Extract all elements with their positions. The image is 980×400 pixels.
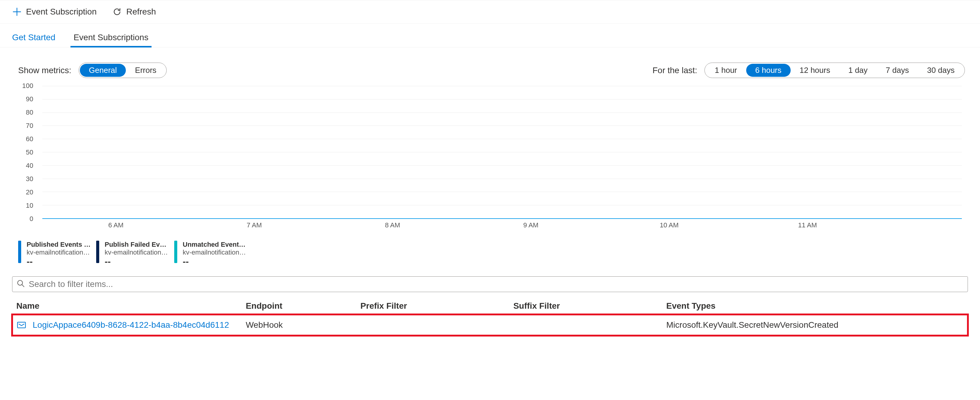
search-box[interactable] (12, 276, 968, 292)
column-prefix[interactable]: Prefix Filter (356, 297, 509, 314)
range-30d[interactable]: 30 days (918, 64, 964, 77)
y-tick: 10 (18, 202, 36, 210)
search-input[interactable] (28, 279, 963, 289)
y-tick: 40 (18, 162, 36, 170)
legend-series-name: Publish Failed Event… (105, 241, 169, 249)
legend-item[interactable]: Publish Failed Event…kv-emailnotificatio… (96, 241, 169, 267)
metrics-label: Show metrics: (18, 66, 72, 75)
legend-series-value: -- (183, 256, 247, 267)
range-12h[interactable]: 12 hours (791, 64, 839, 77)
metrics-toggle: General Errors (79, 63, 167, 78)
column-types[interactable]: Event Types (662, 297, 968, 314)
metrics-chart: 0102030405060708090100 6 AM7 AM8 AM9 AM1… (0, 84, 980, 237)
cell-types: Microsoft.KeyVault.SecretNewVersionCreat… (662, 314, 968, 336)
refresh-icon (112, 7, 122, 17)
gridline (42, 99, 962, 100)
cell-endpoint: WebHook (241, 314, 356, 336)
legend-item[interactable]: Unmatched Events (Sum)kv-emailnotificati… (174, 241, 247, 267)
metrics-errors[interactable]: Errors (126, 64, 165, 77)
y-tick: 60 (18, 135, 36, 143)
svg-rect-1 (18, 322, 25, 328)
y-tick: 50 (18, 148, 36, 156)
subscriptions-table: Name Endpoint Prefix Filter Suffix Filte… (12, 297, 968, 336)
legend-item[interactable]: Published Events (Sum)kv-emailnotificati… (18, 241, 91, 267)
x-tick: 11 AM (798, 221, 817, 229)
filters-row: Show metrics: General Errors For the las… (0, 48, 980, 84)
y-tick: 90 (18, 95, 36, 103)
y-tick: 100 (18, 82, 36, 90)
event-subscription-icon (16, 320, 27, 330)
gridline (42, 192, 962, 192)
event-subscription-label: Event Subscription (26, 7, 97, 17)
x-tick: 9 AM (523, 221, 538, 229)
y-tick: 0 (18, 215, 36, 223)
legend-color-swatch (18, 241, 21, 263)
gridline (42, 205, 962, 205)
refresh-button[interactable]: Refresh (110, 6, 158, 18)
x-tick: 7 AM (247, 221, 262, 229)
command-bar: Event Subscription Refresh (0, 0, 980, 24)
legend-color-swatch (96, 241, 99, 263)
gridline (42, 165, 962, 166)
cell-suffix (509, 314, 662, 336)
plus-icon (12, 7, 22, 17)
table-row[interactable]: LogicAppace6409b-8628-4122-b4aa-8b4ec04d… (12, 314, 968, 336)
range-7d[interactable]: 7 days (877, 64, 918, 77)
legend-series-source: kv-emailnotification… (183, 249, 247, 256)
legend-series-name: Unmatched Events (Sum) (183, 241, 247, 249)
y-tick: 70 (18, 122, 36, 130)
svg-point-0 (18, 280, 22, 285)
tab-get-started[interactable]: Get Started (10, 30, 57, 47)
y-tick: 80 (18, 108, 36, 116)
legend-series-source: kv-emailnotification… (105, 249, 169, 256)
x-tick: 6 AM (108, 221, 123, 229)
column-suffix[interactable]: Suffix Filter (509, 297, 662, 314)
y-tick: 20 (18, 188, 36, 196)
refresh-label: Refresh (126, 7, 156, 17)
chart-legend: Published Events (Sum)kv-emailnotificati… (0, 237, 980, 273)
legend-series-value: -- (105, 256, 169, 267)
gridline (42, 113, 962, 113)
gridline (42, 152, 962, 152)
cell-prefix (356, 314, 509, 336)
gridline (42, 179, 962, 179)
range-label: For the last: (652, 66, 697, 75)
gridline (42, 139, 962, 139)
gridline (42, 86, 962, 86)
x-tick: 10 AM (660, 221, 678, 229)
tab-strip: Get Started Event Subscriptions (0, 24, 980, 48)
range-1d[interactable]: 1 day (839, 64, 877, 77)
legend-series-name: Published Events (Sum) (27, 241, 91, 249)
metrics-general[interactable]: General (80, 64, 126, 77)
range-6h[interactable]: 6 hours (746, 64, 791, 77)
range-toggle: 1 hour 6 hours 12 hours 1 day 7 days 30 … (705, 63, 965, 78)
range-1h[interactable]: 1 hour (706, 64, 746, 77)
gridline (42, 125, 962, 126)
legend-series-source: kv-emailnotification… (27, 249, 91, 256)
search-icon (17, 279, 24, 289)
y-tick: 30 (18, 175, 36, 183)
legend-color-swatch (174, 241, 177, 263)
x-tick: 8 AM (385, 221, 400, 229)
event-subscription-button[interactable]: Event Subscription (10, 6, 98, 18)
legend-series-value: -- (27, 256, 91, 267)
tab-event-subscriptions[interactable]: Event Subscriptions (72, 30, 150, 47)
column-name[interactable]: Name (12, 297, 241, 314)
column-endpoint[interactable]: Endpoint (241, 297, 356, 314)
subscription-name-link[interactable]: LogicAppace6409b-8628-4122-b4aa-8b4ec04d… (33, 320, 229, 330)
